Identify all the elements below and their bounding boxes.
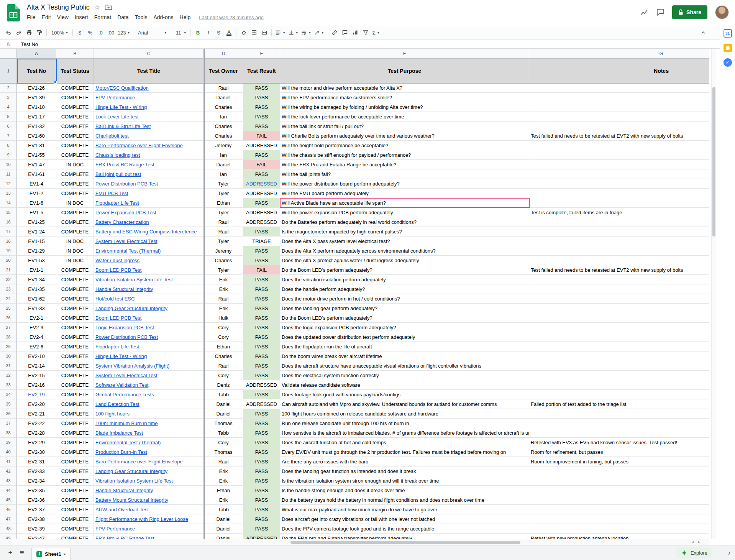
column-header-C[interactable]: C bbox=[94, 49, 204, 58]
row-header-11[interactable]: 11 bbox=[0, 169, 17, 179]
cell-D39[interactable]: Cory bbox=[204, 438, 243, 447]
cell-A33[interactable]: EV2-16 bbox=[17, 380, 56, 390]
cell-E46[interactable]: PASS bbox=[243, 505, 280, 514]
row-header-46[interactable]: 46 bbox=[0, 505, 17, 514]
row-header-36[interactable]: 36 bbox=[0, 409, 17, 419]
row-header-17[interactable]: 17 bbox=[0, 227, 17, 236]
cell-A7[interactable]: EV1-60 bbox=[17, 131, 56, 141]
cell-B19[interactable]: IN DOC bbox=[56, 246, 94, 256]
cell-A21[interactable]: EV1-1 bbox=[17, 265, 56, 275]
cell-F25[interactable]: Does the landing gear perform adequately… bbox=[280, 304, 529, 313]
row-header-15[interactable]: 15 bbox=[0, 208, 17, 217]
cell-B6[interactable]: COMPLETE bbox=[56, 122, 94, 131]
row-header-10[interactable]: 10 bbox=[0, 160, 17, 169]
row-header-12[interactable]: 12 bbox=[0, 179, 17, 189]
cell-B37[interactable]: COMPLETE bbox=[56, 419, 94, 428]
cell-D26[interactable]: Hulk bbox=[204, 313, 243, 323]
cell-E22[interactable]: PASS bbox=[243, 275, 280, 284]
row-header-18[interactable]: 18 bbox=[0, 236, 17, 246]
row-header-40[interactable]: 40 bbox=[0, 447, 17, 457]
menu-data[interactable]: Data bbox=[114, 13, 132, 21]
cell-A30[interactable]: EV2-10 bbox=[17, 351, 56, 361]
row-header-25[interactable]: 25 bbox=[0, 304, 17, 313]
cell-G28[interactable] bbox=[529, 332, 709, 342]
column-header-B[interactable]: B bbox=[56, 49, 94, 58]
cell-F2[interactable]: Will the motor and drive perform accepta… bbox=[280, 83, 529, 93]
cell-B11[interactable]: COMPLETE bbox=[56, 169, 94, 179]
cell-F45[interactable]: Do the battery trays hold the battery in… bbox=[280, 495, 529, 505]
cell-B14[interactable]: IN DOC bbox=[56, 198, 94, 208]
formula-input[interactable]: Test No bbox=[17, 41, 38, 47]
insert-chart-button[interactable] bbox=[350, 28, 360, 38]
cell-F42[interactable]: Does the landing gear function as intend… bbox=[280, 466, 529, 476]
cell-G49[interactable]: Retest with new production antenna locat… bbox=[529, 534, 709, 539]
cell-B29[interactable]: COMPLETE bbox=[56, 342, 94, 351]
cell-C6[interactable]: Ball Link & Strut Life Test bbox=[94, 122, 204, 131]
cell-E23[interactable]: PASS bbox=[243, 284, 280, 294]
menu-help[interactable]: Help bbox=[177, 13, 194, 21]
cell-F21[interactable]: Do the Boom LED's perform adequately? bbox=[280, 265, 529, 275]
cell-D47[interactable]: Daniel bbox=[204, 514, 243, 524]
cell-D13[interactable]: Tyler bbox=[204, 189, 243, 198]
cell-D10[interactable]: Daniel bbox=[204, 160, 243, 169]
cell-B15[interactable]: COMPLETE bbox=[56, 208, 94, 217]
font-select[interactable]: Arial▾ bbox=[135, 28, 169, 38]
cell-E37[interactable]: PASS bbox=[243, 419, 280, 428]
cell-C40[interactable]: Production Burn-in Test bbox=[94, 447, 204, 457]
cell-A36[interactable]: EV2-21 bbox=[17, 409, 56, 419]
cell-E17[interactable]: PASS bbox=[243, 227, 280, 236]
row-header-4[interactable]: 4 bbox=[0, 102, 17, 112]
cell-B46[interactable]: COMPLETE bbox=[56, 505, 94, 514]
cell-B5[interactable]: COMPLETE bbox=[56, 112, 94, 122]
cell-D11[interactable]: Ian bbox=[204, 169, 243, 179]
cell-B12[interactable]: COMPLETE bbox=[56, 179, 94, 189]
cell-C4[interactable]: Hinge Life Test - Wiring bbox=[94, 102, 204, 112]
cell-G7[interactable]: Test failed and needs to be retested at … bbox=[529, 131, 709, 141]
cell-G14[interactable] bbox=[529, 198, 709, 208]
undo-button[interactable] bbox=[3, 28, 13, 38]
cell-F46[interactable]: What is our max payload and how much mar… bbox=[280, 505, 529, 514]
cell-G39[interactable]: Retested with EV3 as EV5 had known senso… bbox=[529, 438, 709, 447]
cell-C22[interactable]: Vibration Isolation System Life Test bbox=[94, 275, 204, 284]
cell-D40[interactable]: Thomas bbox=[204, 447, 243, 457]
cell-E21[interactable]: FAIL bbox=[243, 265, 280, 275]
cell-B23[interactable]: COMPLETE bbox=[56, 284, 94, 294]
cell-C30[interactable]: Hinge Life Test - Wiring bbox=[94, 351, 204, 361]
text-rotation-button[interactable]: ▾ bbox=[312, 28, 325, 38]
cell-E43[interactable]: PASS bbox=[243, 476, 280, 486]
row-header-27[interactable]: 27 bbox=[0, 323, 17, 332]
cell-F6[interactable]: Will the ball link or strut fail / pull … bbox=[280, 122, 529, 131]
cell-G1[interactable]: Notes bbox=[529, 59, 709, 83]
cell-D1[interactable]: Test Owner bbox=[204, 59, 243, 83]
cell-C28[interactable]: Power Distribution PCB Test bbox=[94, 332, 204, 342]
cell-E38[interactable]: PASS bbox=[243, 428, 280, 438]
sheet-tab[interactable]: 1 Sheet1 ▾ bbox=[31, 548, 71, 560]
row-header-37[interactable]: 37 bbox=[0, 419, 17, 428]
column-header-A[interactable]: A bbox=[17, 49, 56, 58]
row-header-19[interactable]: 19 bbox=[0, 246, 17, 256]
cell-G46[interactable] bbox=[529, 505, 709, 514]
cell-C34[interactable]: Gimbal Performance Tests bbox=[94, 390, 204, 399]
redo-button[interactable] bbox=[13, 28, 24, 38]
horizontal-scrollbar[interactable]: ◄► bbox=[0, 539, 709, 545]
cell-A20[interactable]: EV1-53 bbox=[17, 256, 56, 265]
explore-button[interactable]: Explore bbox=[676, 547, 713, 558]
cell-E5[interactable]: PASS bbox=[243, 112, 280, 122]
cell-A25[interactable]: EV1-33 bbox=[17, 304, 56, 313]
row-header-26[interactable]: 26 bbox=[0, 313, 17, 323]
cell-B41[interactable]: COMPLETE bbox=[56, 457, 94, 466]
cell-A35[interactable]: EV2-20 bbox=[17, 399, 56, 409]
zoom-select[interactable]: 100%▾ bbox=[49, 28, 71, 38]
cell-F28[interactable]: Does the updated power distribution test… bbox=[280, 332, 529, 342]
cell-C15[interactable]: Power Expansion PCB Test bbox=[94, 208, 204, 217]
cell-G30[interactable] bbox=[529, 351, 709, 361]
cell-A1[interactable]: Test No bbox=[17, 59, 56, 83]
cell-F19[interactable]: Does the Alta X perform adequately acros… bbox=[280, 246, 529, 256]
increase-decimal-button[interactable]: .00 bbox=[106, 28, 116, 38]
cell-C39[interactable]: Environmental Test (Thermal) bbox=[94, 438, 204, 447]
row-header-42[interactable]: 42 bbox=[0, 466, 17, 476]
cell-F11[interactable]: Will the ball joints fail? bbox=[280, 169, 529, 179]
cell-B38[interactable]: COMPLETE bbox=[56, 428, 94, 438]
menu-tools[interactable]: Tools bbox=[132, 13, 151, 21]
cell-G48[interactable] bbox=[529, 524, 709, 534]
